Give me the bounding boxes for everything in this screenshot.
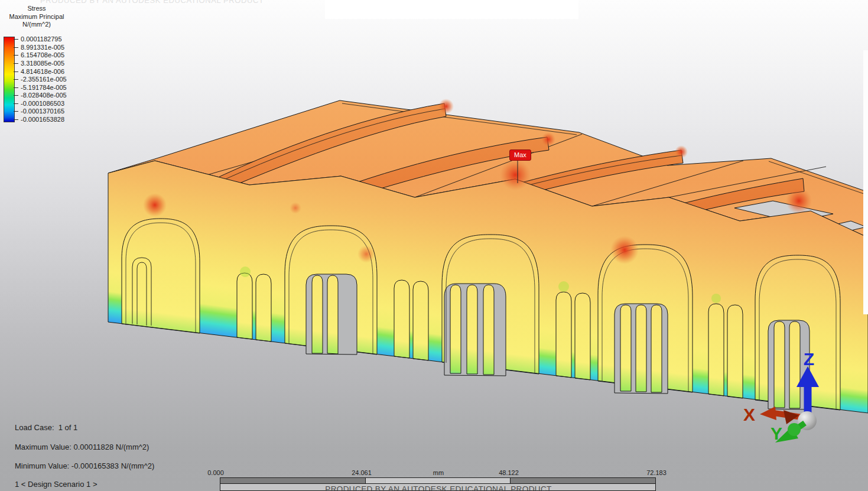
- watermark-bottom: PRODUCED BY AN AUTODESK EDUCATIONAL PROD…: [325, 485, 552, 491]
- stress-legend-title: Stress Maximum Principal N/(mm^2): [0, 5, 73, 29]
- legend-title-line: Stress: [0, 5, 73, 13]
- legend-tick-label: -0.0001653828: [21, 116, 64, 123]
- colorbar-tick-mark: [14, 63, 18, 64]
- legend-tick-label: 0.0001182795: [21, 36, 62, 43]
- x-axis-label: X: [743, 405, 755, 424]
- legend-title-line: N/(mm^2): [0, 21, 73, 29]
- scale-bar-segment: [220, 478, 365, 483]
- legend-tick-label: -5.191784e-005: [21, 84, 67, 91]
- colorbar-tick-mark: [14, 111, 18, 112]
- scale-unit-label: mm: [433, 469, 444, 476]
- scale-tick-label: 0.000: [207, 469, 224, 476]
- colorbar-tick-mark: [14, 79, 18, 80]
- legend-tick-label: -0.0001086503: [21, 100, 64, 107]
- y-axis-label: Y: [771, 424, 782, 443]
- legend-tick-label: 6.154708e-005: [21, 52, 64, 58]
- model-canvas[interactable]: Z X Y: [0, 0, 868, 491]
- colorbar-tick-mark: [14, 119, 18, 120]
- scale-bar-segment: [365, 478, 510, 483]
- colorbar-tick-mark: [14, 39, 18, 40]
- legend-tick-label: 4.814618e-006: [21, 69, 64, 75]
- info-max-value: Maximum Value: 0.00011828 N/(mm^2): [15, 443, 149, 451]
- viewport: Z X Y PRODUCED BY AN AUTODESK EDUCATIONA…: [0, 0, 868, 491]
- watermark-top: PRODUCED BY AN AUTODESK EDUCATIONAL PROD…: [40, 0, 264, 5]
- scale-bar-segment: [511, 478, 655, 483]
- scale-tick-label: 72.183: [646, 469, 667, 476]
- legend-title-line: Maximum Principal: [0, 13, 73, 21]
- top-white-panel: [325, 0, 578, 19]
- legend-tick-label: -2.355161e-005: [21, 76, 67, 83]
- info-load-case: Load Case: 1 of 1: [15, 423, 77, 432]
- scale-tick-label: 48.122: [499, 469, 519, 476]
- colorbar-tick-mark: [14, 71, 18, 72]
- info-min-value: Minimum Value: -0.000165383 N/(mm^2): [15, 461, 154, 470]
- max-annotation: Max: [509, 149, 531, 161]
- legend-tick-label: -0.0001370165: [21, 108, 64, 115]
- z-axis-label: Z: [804, 349, 814, 369]
- design-scenario-label: 1 < Design Scenario 1 >: [15, 480, 97, 489]
- colorbar-tick-mark: [14, 87, 18, 88]
- colorbar-tick-mark: [14, 103, 18, 104]
- colorbar-tick-mark: [14, 95, 18, 96]
- colorbar-tick-mark: [14, 47, 18, 48]
- colorbar-tick-mark: [14, 55, 18, 56]
- legend-tick-label: 8.991331e-005: [21, 44, 64, 51]
- scale-tick-label: 24.061: [352, 469, 372, 476]
- legend-tick-label: 3.318085e-005: [21, 60, 64, 67]
- right-white-strip: [863, 50, 868, 314]
- legend-tick-label: -8.028408e-005: [21, 92, 67, 99]
